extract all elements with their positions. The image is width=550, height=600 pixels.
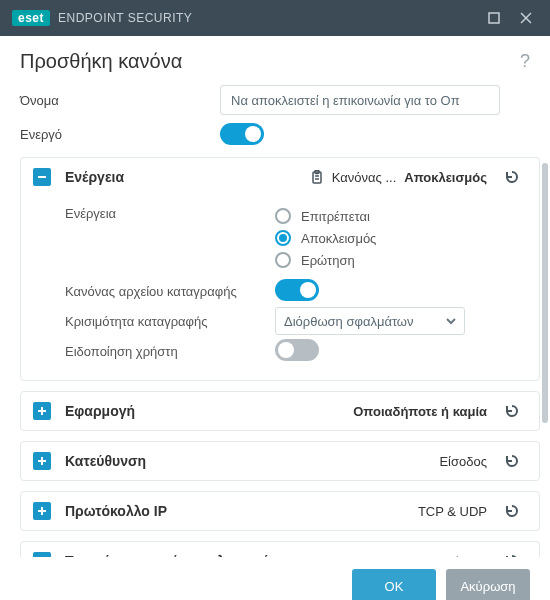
panel-protocol-summary: TCP & UDP <box>418 504 487 519</box>
clipboard-icon <box>306 170 328 184</box>
panel-application-reset[interactable] <box>497 403 527 419</box>
name-input[interactable] <box>220 85 500 115</box>
expand-icon <box>33 402 51 420</box>
undo-icon <box>504 453 520 469</box>
radio-allow-label: Επιτρέπεται <box>301 209 370 224</box>
enabled-toggle[interactable] <box>220 123 264 145</box>
ok-button[interactable]: OK <box>352 569 436 600</box>
undo-icon <box>504 553 520 557</box>
panel-protocol-header[interactable]: Πρωτόκολλο IP TCP & UDP <box>21 492 539 530</box>
footer: OK Ακύρωση <box>0 557 550 600</box>
panel-application-title: Εφαρμογή <box>65 403 135 419</box>
panel-localhost-header[interactable]: Τοπικός κεντρικός υπολογιστής Οποιοσδήπο… <box>21 542 539 557</box>
panel-direction-header[interactable]: Κατεύθυνση Είσοδος <box>21 442 539 480</box>
panel-protocol-title: Πρωτόκολλο IP <box>65 503 167 519</box>
undo-icon <box>504 169 520 185</box>
expand-icon <box>33 552 51 557</box>
radio-block[interactable]: Αποκλεισμός <box>275 230 527 246</box>
panel-application-header[interactable]: Εφαρμογή Οποιαδήποτε ή καμία <box>21 392 539 430</box>
name-row: Όνομα <box>20 83 530 117</box>
radio-allow[interactable]: Επιτρέπεται <box>275 208 527 224</box>
expand-icon <box>33 452 51 470</box>
panel-action-summary: Αποκλεισμός <box>404 170 487 185</box>
top-form: Όνομα Ενεργό <box>0 83 550 157</box>
window-maximize-button[interactable] <box>478 0 510 36</box>
panel-direction: Κατεύθυνση Είσοδος <box>20 441 540 481</box>
help-button[interactable]: ? <box>520 51 530 72</box>
titlebar: eset ENDPOINT SECURITY <box>0 0 550 36</box>
panel-localhost-title: Τοπικός κεντρικός υπολογιστής <box>65 553 277 557</box>
expand-icon <box>33 502 51 520</box>
panels-container: Ενέργεια Κανόνας ... Αποκλεισμός Ενέργει… <box>0 157 550 557</box>
panel-application: Εφαρμογή Οποιαδήποτε ή καμία <box>20 391 540 431</box>
product-name: ENDPOINT SECURITY <box>58 11 192 25</box>
page-title: Προσθήκη κανόνα <box>20 50 520 73</box>
log-rule-label: Κανόνας αρχείου καταγραφής <box>65 284 275 299</box>
radio-ask-label: Ερώτηση <box>301 253 355 268</box>
brand-badge: eset <box>12 10 50 26</box>
panel-localhost-summary: Οποιοσδήποτε <box>402 554 488 558</box>
page-header: Προσθήκη κανόνα ? <box>0 36 550 83</box>
chevron-down-icon <box>446 316 456 326</box>
panel-application-summary: Οποιαδήποτε ή καμία <box>353 404 487 419</box>
undo-icon <box>504 503 520 519</box>
undo-icon <box>504 403 520 419</box>
panel-action-header[interactable]: Ενέργεια Κανόνας ... Αποκλεισμός <box>21 158 539 196</box>
panel-direction-title: Κατεύθυνση <box>65 453 146 469</box>
radio-block-label: Αποκλεισμός <box>301 231 376 246</box>
radio-ask[interactable]: Ερώτηση <box>275 252 527 268</box>
severity-value: Διόρθωση σφαλμάτων <box>284 314 414 329</box>
panel-action-reset[interactable] <box>497 169 527 185</box>
panel-localhost: Τοπικός κεντρικός υπολογιστής Οποιοσδήπο… <box>20 541 540 557</box>
enabled-label: Ενεργό <box>20 127 220 142</box>
window-close-button[interactable] <box>510 0 542 36</box>
name-label: Όνομα <box>20 93 220 108</box>
panels-scroll-area: Ενέργεια Κανόνας ... Αποκλεισμός Ενέργει… <box>0 157 550 557</box>
notify-toggle[interactable] <box>275 339 319 361</box>
enabled-row: Ενεργό <box>20 117 530 151</box>
panel-direction-summary: Είσοδος <box>439 454 487 469</box>
action-radio-group: Επιτρέπεται Αποκλεισμός Ερώτηση <box>275 206 527 276</box>
panel-protocol: Πρωτόκολλο IP TCP & UDP <box>20 491 540 531</box>
severity-label: Κρισιμότητα καταγραφής <box>65 314 275 329</box>
collapse-icon <box>33 168 51 186</box>
panel-direction-reset[interactable] <box>497 453 527 469</box>
notify-label: Ειδοποίηση χρήστη <box>65 344 275 359</box>
action-option-label: Ενέργεια <box>65 206 275 221</box>
panel-action: Ενέργεια Κανόνας ... Αποκλεισμός Ενέργει… <box>20 157 540 381</box>
severity-select[interactable]: Διόρθωση σφαλμάτων <box>275 307 465 335</box>
panel-localhost-reset[interactable] <box>497 553 527 557</box>
log-rule-toggle[interactable] <box>275 279 319 301</box>
vertical-scrollbar[interactable] <box>542 163 548 423</box>
panel-action-body: Ενέργεια Επιτρέπεται Αποκλεισμός Ερώτηση… <box>21 196 539 380</box>
cancel-button[interactable]: Ακύρωση <box>446 569 530 600</box>
panel-action-rule-label: Κανόνας ... <box>332 170 397 185</box>
svg-rect-0 <box>489 13 499 23</box>
square-icon <box>488 12 500 24</box>
panel-action-title: Ενέργεια <box>65 169 124 185</box>
close-icon <box>520 12 532 24</box>
panel-protocol-reset[interactable] <box>497 503 527 519</box>
